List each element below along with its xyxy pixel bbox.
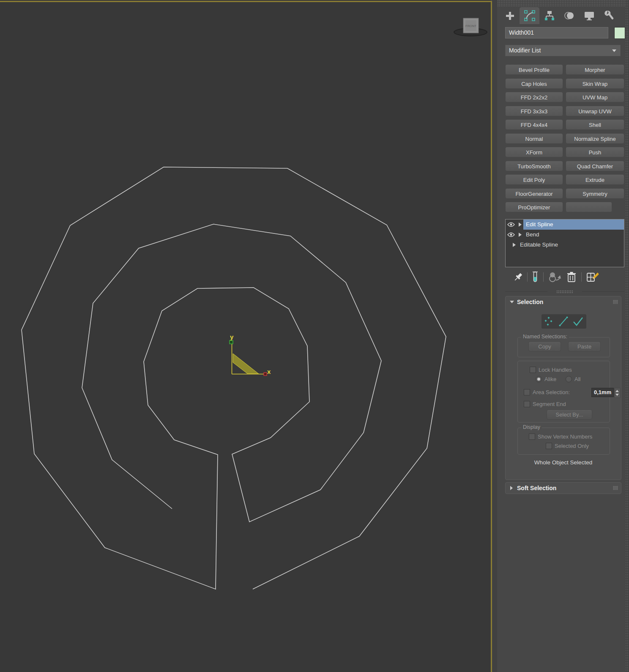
modifier-button-ffd-4x4x4[interactable]: FFD 4x4x4 <box>505 119 563 130</box>
paste-button[interactable]: Paste <box>568 341 601 351</box>
area-selection-value-field[interactable]: 0,1mm <box>591 388 614 397</box>
modifier-button-ffd-3x3x3[interactable]: FFD 3x3x3 <box>505 106 563 116</box>
tab-modify[interactable] <box>520 7 539 24</box>
copy-button[interactable]: Copy <box>528 341 561 351</box>
rollout-title: Soft Selection <box>517 485 556 491</box>
rollout-drag-handle-icon[interactable] <box>613 300 618 304</box>
eye-icon[interactable] <box>506 222 517 227</box>
modifier-button-ffd-2x2x2[interactable]: FFD 2x2x2 <box>505 92 563 102</box>
stack-toolbar <box>505 271 624 284</box>
modify-icon <box>524 10 536 22</box>
selected-only-checkbox[interactable] <box>546 443 552 449</box>
modifier-button-normalize-spline[interactable]: Normalize Spline <box>566 133 624 144</box>
tab-display[interactable] <box>579 7 599 24</box>
spinner-down-icon[interactable] <box>615 394 619 396</box>
expand-arrow-icon[interactable] <box>517 222 523 227</box>
modifier-button-prooptimizer[interactable]: ProOptimizer <box>505 202 563 212</box>
modifier-list-dropdown[interactable]: Modifier List <box>505 45 621 56</box>
expand-arrow-icon[interactable] <box>517 233 523 237</box>
stack-item-label[interactable]: Bend <box>523 230 624 240</box>
gizmo-y-end-square[interactable] <box>230 340 233 344</box>
rollout-splitter[interactable] <box>505 290 624 293</box>
gizmo-x-end-square[interactable] <box>264 373 267 376</box>
tab-motion[interactable] <box>559 7 579 24</box>
display-icon <box>583 10 595 22</box>
show-end-result-icon[interactable] <box>532 271 539 283</box>
modifier-button-floorgenerator[interactable]: FloorGenerator <box>505 188 563 199</box>
selected-only-label: Selected Only <box>555 443 589 449</box>
soft-selection-rollout-header[interactable]: Soft Selection <box>506 483 621 494</box>
splitter-grip-dots <box>556 290 573 293</box>
modifier-button-skin-wrap[interactable]: Skin Wrap <box>566 78 624 89</box>
make-unique-icon[interactable] <box>549 272 561 283</box>
segment-subobject-icon[interactable] <box>558 316 569 327</box>
gizmo-x-label: x <box>267 368 271 375</box>
configure-modifier-sets-icon[interactable] <box>586 271 599 283</box>
soft-selection-rollout: Soft Selection <box>505 482 621 494</box>
motion-icon <box>563 10 575 22</box>
viewcube-face-label: FRONT <box>465 24 476 28</box>
modifier-button-quad-chamfer[interactable]: Quad Chamfer <box>566 161 624 171</box>
spinner-up-icon[interactable] <box>615 390 619 392</box>
modifier-button-extrude[interactable]: Extrude <box>566 174 624 185</box>
active-viewport-border-top <box>0 1 492 2</box>
panel-splitter[interactable] <box>492 0 497 672</box>
splitter-line <box>505 291 547 292</box>
alike-label: Alike <box>544 376 556 382</box>
vertex-subobject-icon[interactable] <box>543 316 555 327</box>
toolbar-separator <box>581 272 582 282</box>
move-gizmo[interactable]: y x <box>230 333 271 376</box>
display-group: Display Show Vertex Numbers Selected Onl… <box>517 428 610 455</box>
tab-create[interactable] <box>500 7 520 24</box>
gizmo-plane-handle[interactable] <box>233 354 259 374</box>
modifier-button-xform[interactable]: XForm <box>505 147 563 157</box>
area-selection-spinner[interactable] <box>614 388 621 398</box>
modifier-button-shell[interactable]: Shell <box>566 119 624 130</box>
modifier-button-normal[interactable]: Normal <box>505 133 563 144</box>
modifier-button-cap-holes[interactable]: Cap Holes <box>505 78 563 89</box>
expand-arrow-icon[interactable] <box>511 243 517 247</box>
modifier-button-bevel-profile[interactable]: Bevel Profile <box>505 64 563 75</box>
modifier-button-edit-poly[interactable]: Edit Poly <box>505 174 563 185</box>
modifier-button-symmetry[interactable]: Symmetry <box>566 188 624 199</box>
stack-item-label[interactable]: Editable Spline <box>517 240 624 250</box>
spline-shape[interactable] <box>22 167 446 589</box>
lock-handles-checkbox[interactable] <box>530 367 536 373</box>
selection-rollout-header[interactable]: Selection <box>506 296 621 307</box>
expand-arrow-icon <box>510 486 513 490</box>
stack-row-edit-spline[interactable]: Edit Spline <box>506 219 624 230</box>
remove-modifier-icon[interactable] <box>566 271 577 283</box>
stack-item-label[interactable]: Edit Spline <box>523 219 624 230</box>
panel-grip-texture[interactable] <box>497 0 629 7</box>
all-radio[interactable] <box>566 376 572 382</box>
object-color-swatch[interactable] <box>614 27 625 39</box>
area-selection-checkbox[interactable] <box>524 389 530 395</box>
command-panel: Width001 Modifier List Bevel Profile Mor… <box>497 0 629 672</box>
spline-subobject-icon[interactable] <box>572 316 585 327</box>
modifier-button-uvw-map[interactable]: UVW Map <box>566 92 624 102</box>
eye-icon[interactable] <box>506 232 517 237</box>
viewcube[interactable]: FRONT <box>454 18 487 36</box>
select-by-button[interactable]: Select By... <box>547 409 592 420</box>
modifier-button-empty[interactable] <box>566 202 612 212</box>
viewport-front[interactable]: y x FRONT <box>0 0 491 672</box>
modifier-button-push[interactable]: Push <box>566 147 624 157</box>
viewport-canvas: y x FRONT <box>0 0 491 672</box>
modifier-button-unwrap-uvw[interactable]: Unwrap UVW <box>566 106 624 116</box>
object-name-field[interactable]: Width001 <box>505 27 608 38</box>
stack-row-bend[interactable]: Bend <box>506 230 624 240</box>
panel-scrollbar[interactable] <box>625 0 629 672</box>
segment-end-checkbox[interactable] <box>524 401 530 407</box>
tab-hierarchy[interactable] <box>539 7 559 24</box>
pin-stack-icon[interactable] <box>513 272 524 283</box>
show-vertex-numbers-checkbox[interactable] <box>529 433 535 440</box>
rollout-drag-handle-icon[interactable] <box>613 486 618 490</box>
modifier-button-turbosmooth[interactable]: TurboSmooth <box>505 161 563 171</box>
modifier-button-morpher[interactable]: Morpher <box>566 64 624 75</box>
lock-handles-label: Lock Handles <box>539 367 572 373</box>
tab-utilities[interactable] <box>599 7 619 24</box>
gizmo-y-label: y <box>230 333 234 340</box>
stack-row-editable-spline[interactable]: Editable Spline <box>506 240 624 250</box>
alike-radio[interactable] <box>536 376 542 382</box>
whole-object-selected-status: Whole Object Selected <box>506 459 621 466</box>
